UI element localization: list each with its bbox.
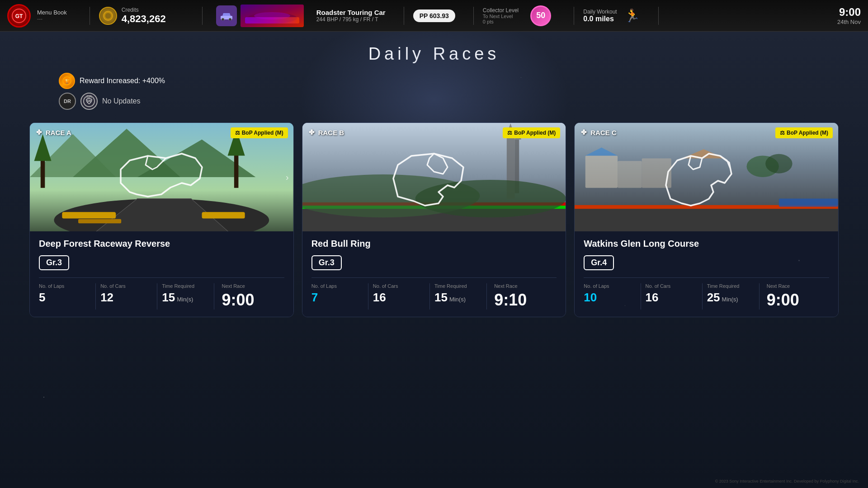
race-a-track-name: Deep Forest Raceway Reverse [39, 239, 284, 249]
race-b-track-name: Red Bull Ring [311, 239, 557, 249]
race-c-divider-2 [702, 283, 703, 310]
race-c-track-name: Watkins Glen Long Course [584, 239, 829, 249]
race-b-time-unit: Min(s) [449, 296, 466, 303]
race-a-image: ✤ RACE A ⚖ BoP Applied (M) › [30, 123, 293, 231]
race-a-title: RACE A [46, 129, 71, 136]
race-b-info: Red Bull Ring Gr.3 No. of Laps 7 No. of … [302, 231, 566, 317]
menu-book-sublabel: --- [37, 16, 67, 22]
clock-value: 9:00 [839, 6, 861, 19]
no-updates-text: No Updates [102, 97, 141, 105]
main-content: Daily Races 🏆 Reward Increased: +400% DR… [0, 32, 868, 488]
race-a-time-unit: Min(s) [177, 296, 193, 303]
race-b-bop-text: BoP Applied (M) [514, 130, 556, 136]
race-a-bop-badge: ⚖ BoP Applied (M) [231, 127, 288, 138]
race-b-divider-1 [368, 283, 368, 310]
race-c-stats: No. of Laps 10 No. of Cars 16 Time Requi… [584, 277, 829, 310]
svg-rect-22 [78, 219, 121, 224]
race-b-time-with-unit: 15 Min(s) [434, 291, 466, 305]
bop-icon-c: ⚖ [780, 130, 785, 136]
race-b-laps-label: No. of Laps [311, 283, 337, 289]
collector-section: Collector Level To Next Level 0 pts [483, 7, 519, 24]
svg-rect-20 [62, 212, 116, 218]
svg-point-7 [229, 18, 231, 20]
race-c-icon: ✤ [581, 128, 587, 136]
race-a-next-race-label: Next Race [222, 283, 245, 289]
race-b-next-race-label: Next Race [494, 283, 517, 289]
sr-badge: SR [80, 93, 98, 110]
collector-next-level-label: To Next Level [483, 14, 513, 19]
race-a-gr-badge: Gr.3 [39, 255, 69, 270]
race-c-image: ✤ RACE C ⚖ BoP Applied (M) [575, 123, 838, 231]
race-c-next-race-value: 9:00 [767, 291, 799, 310]
svg-text:SR: SR [87, 99, 91, 103]
dr-badge: DR [59, 93, 76, 110]
divider-2 [202, 7, 203, 25]
race-a-cars-label: No. of Cars [100, 283, 126, 289]
race-c-cars-group: No. of Cars 16 [646, 283, 698, 310]
race-c-divider-1 [641, 283, 641, 310]
collector-level-badge: 50 [530, 5, 551, 26]
race-a-laps-value: 5 [39, 291, 45, 305]
credits-icon [99, 7, 117, 25]
reward-bar: 🏆 Reward Increased: +400% [0, 73, 868, 89]
copyright-text: © 2023 Sony Interactive Entertainment In… [715, 479, 859, 483]
bop-icon-a: ⚖ [235, 130, 240, 136]
bop-icon-b: ⚖ [507, 130, 512, 136]
race-c-title: RACE C [590, 129, 617, 136]
svg-rect-47 [779, 199, 838, 207]
races-container: ✤ RACE A ⚖ BoP Applied (M) › Deep Forest… [0, 122, 868, 317]
svg-rect-39 [618, 161, 642, 188]
track-outline-c [657, 140, 756, 214]
race-card-c[interactable]: ✤ RACE C ⚖ BoP Applied (M) Watkins Glen … [574, 122, 839, 317]
race-b-next-race-value: 9:10 [494, 291, 527, 310]
race-b-bop-badge: ⚖ BoP Applied (M) [503, 127, 560, 138]
divider-3 [404, 7, 404, 25]
race-a-time-value: 15 [162, 291, 175, 305]
race-a-icon: ✤ [36, 128, 42, 136]
race-a-stats: No. of Laps 5 No. of Cars 12 Time Requir… [39, 277, 284, 310]
track-outline-a [112, 147, 211, 207]
race-a-time-label: Time Required [162, 283, 194, 289]
race-c-laps-value: 10 [584, 291, 597, 305]
menu-book-label: Menu Book [37, 9, 67, 16]
race-c-bop-text: BoP Applied (M) [787, 130, 828, 136]
race-b-next-race-group: Next Race 9:10 [486, 283, 557, 310]
credits-value: 4,823,262 [122, 13, 166, 25]
race-card-b[interactable]: ✤ RACE B ⚖ BoP Applied (M) Red Bull Ring… [302, 122, 566, 317]
race-b-stats: No. of Laps 7 No. of Cars 16 Time Requir… [311, 277, 557, 310]
svg-point-6 [222, 18, 224, 20]
race-c-laps-group: No. of Laps 10 [584, 283, 636, 310]
race-c-label: ✤ RACE C [581, 128, 617, 136]
topbar: GT Menu Book --- Credits 4,823,262 [0, 0, 868, 32]
race-c-time-group: Time Required 25 Min(s) [707, 283, 759, 310]
divider-6 [658, 7, 659, 25]
svg-point-10 [254, 12, 290, 19]
race-card-a[interactable]: ✤ RACE A ⚖ BoP Applied (M) › Deep Forest… [29, 122, 294, 317]
race-b-divider-2 [429, 283, 430, 310]
race-c-laps-label: No. of Laps [584, 283, 609, 289]
race-c-info: Watkins Glen Long Course Gr.4 No. of Lap… [575, 231, 838, 317]
race-a-next-arrow[interactable]: › [286, 172, 289, 183]
time-section: 9:00 24th Nov [837, 6, 861, 25]
race-b-cars-value: 16 [373, 291, 386, 305]
reward-icon: 🏆 [59, 73, 75, 89]
race-b-time-group: Time Required 15 Min(s) [434, 283, 486, 310]
race-a-laps-label: No. of Laps [39, 283, 64, 289]
gt-logo[interactable]: GT [7, 4, 31, 28]
race-c-time-with-unit: 25 Min(s) [707, 291, 738, 305]
svg-text:🏆: 🏆 [64, 78, 70, 84]
daily-workout-section: Daily Workout 0.0 miles [583, 9, 617, 23]
race-b-image: ✤ RACE B ⚖ BoP Applied (M) [302, 123, 566, 231]
divider-5 [574, 7, 574, 25]
race-b-laps-group: No. of Laps 7 [311, 283, 363, 310]
reward-text: Reward Increased: +400% [80, 77, 165, 85]
race-c-time-unit: Min(s) [722, 296, 738, 303]
track-outline-b [384, 142, 484, 212]
race-b-icon: ✤ [309, 128, 315, 136]
race-c-bop-badge: ⚖ BoP Applied (M) [775, 127, 833, 138]
collector-pts: 0 pts [483, 19, 494, 24]
race-b-time-value: 15 [434, 291, 448, 305]
race-a-info: Deep Forest Raceway Reverse Gr.3 No. of … [30, 231, 293, 317]
pp-badge: PP 603.93 [413, 9, 455, 22]
runner-icon: 🏃 [624, 8, 640, 23]
